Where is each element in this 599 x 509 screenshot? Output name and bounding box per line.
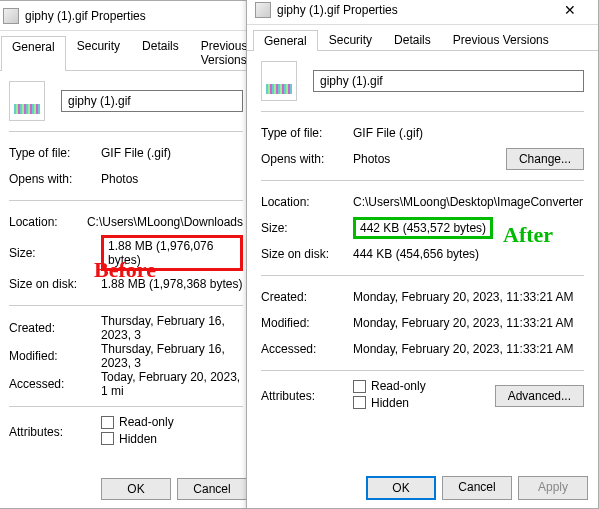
change-button[interactable]: Change... [506,148,584,170]
size-on-disk-value: 444 KB (454,656 bytes) [353,247,584,261]
accessed-value: Monday, February 20, 2023, 11:33:21 AM [353,342,584,356]
location-label: Location: [261,195,353,209]
location-label: Location: [9,215,87,229]
location-value: C:\Users\MLoong\Desktop\ImageConverter [353,195,584,209]
filename-input[interactable]: giphy (1).gif [61,90,243,112]
filename-input[interactable]: giphy (1).gif [313,70,584,92]
annotation-before: Before [94,257,156,283]
hidden-checkbox[interactable]: Hidden [353,396,409,410]
attributes-label: Attributes: [9,425,101,439]
type-value: GIF File (.gif) [101,146,243,160]
size-label: Size: [261,221,353,235]
created-label: Created: [9,321,101,335]
annotation-after: After [503,222,553,248]
tabs: General Security Details Previous Versio… [0,31,257,71]
window-icon [3,8,19,24]
created-label: Created: [261,290,353,304]
opens-label: Opens with: [9,172,101,186]
type-value: GIF File (.gif) [353,126,584,140]
advanced-button[interactable]: Advanced... [495,385,584,407]
type-label: Type of file: [9,146,101,160]
ok-button[interactable]: OK [366,476,436,500]
accessed-value: Today, February 20, 2023, 1 mi [101,370,243,398]
size-on-disk-label: Size on disk: [261,247,353,261]
accessed-label: Accessed: [9,377,101,391]
opens-label: Opens with: [261,152,353,166]
modified-label: Modified: [9,349,101,363]
window-icon [255,2,271,18]
size-on-disk-label: Size on disk: [9,277,101,291]
properties-dialog-after: giphy (1).gif Properties ✕ General Secur… [246,0,599,509]
created-value: Monday, February 20, 2023, 11:33:21 AM [353,290,584,304]
cancel-button[interactable]: Cancel [177,478,247,500]
opens-value: Photos [101,172,243,186]
apply-button[interactable]: Apply [518,476,588,500]
close-button[interactable]: ✕ [550,0,590,24]
attributes-label: Attributes: [261,389,353,403]
location-value: C:\Users\MLoong\Downloads [87,215,243,229]
tab-general[interactable]: General [253,30,318,51]
tabs: General Security Details Previous Versio… [247,25,598,51]
tab-details[interactable]: Details [131,35,190,70]
opens-value: Photos [353,152,506,166]
readonly-checkbox[interactable]: Read-only [101,415,174,429]
file-type-icon [261,61,297,101]
titlebar[interactable]: giphy (1).gif Properties ✕ [247,0,598,25]
titlebar[interactable]: giphy (1).gif Properties [0,1,257,31]
accessed-label: Accessed: [261,342,353,356]
tab-security[interactable]: Security [318,29,383,50]
created-value: Thursday, February 16, 2023, 3 [101,314,243,342]
tab-general[interactable]: General [1,36,66,71]
size-value-highlighted: 442 KB (453,572 bytes) [353,217,493,239]
ok-button[interactable]: OK [101,478,171,500]
readonly-checkbox[interactable]: Read-only [353,379,426,393]
window-title: giphy (1).gif Properties [25,9,249,23]
properties-dialog-before: giphy (1).gif Properties General Securit… [0,0,258,509]
file-type-icon [9,81,45,121]
hidden-checkbox[interactable]: Hidden [101,432,157,446]
type-label: Type of file: [261,126,353,140]
tab-details[interactable]: Details [383,29,442,50]
cancel-button[interactable]: Cancel [442,476,512,500]
modified-value: Monday, February 20, 2023, 11:33:21 AM [353,316,584,330]
size-label: Size: [9,246,101,260]
modified-value: Thursday, February 16, 2023, 3 [101,342,243,370]
window-title: giphy (1).gif Properties [277,3,550,17]
tab-security[interactable]: Security [66,35,131,70]
modified-label: Modified: [261,316,353,330]
tab-previous-versions[interactable]: Previous Versions [442,29,560,50]
